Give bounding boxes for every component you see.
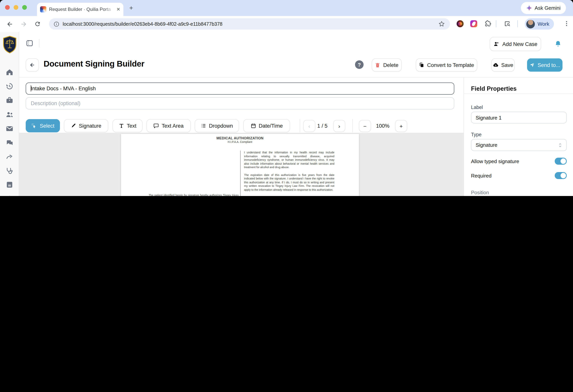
person-add-icon [493,41,500,47]
sidebar-favorites-icon[interactable] [5,195,14,196]
description-input[interactable] [26,97,454,109]
sidebar-referral-icon[interactable] [5,153,14,161]
dropdown-tool-button[interactable]: Dropdown [195,119,239,132]
page-title: Document Signing Builder [44,59,144,69]
doc-right-column: I understand that the information in my … [240,151,334,196]
macos-zoom-button[interactable] [22,5,27,10]
text-area-tool-button[interactable]: Text Area [146,119,191,132]
toolbar-divider [517,20,518,27]
divider [352,119,353,132]
back-icon[interactable] [6,20,13,27]
convert-to-template-label: Convert to Template [427,62,474,68]
profile-label: Work [537,21,549,27]
extensions-puzzle-icon[interactable] [485,20,492,27]
doc-paragraph: The patient identified herein by signatu… [149,194,239,196]
next-page-button[interactable]: › [333,120,345,132]
text-area-icon [154,123,159,128]
send-to-button[interactable]: Send to... [527,58,562,72]
delete-button[interactable]: Delete [372,58,402,72]
label-field-label: Label [471,105,483,110]
sidebar-chat-icon[interactable] [5,139,14,147]
doc-paragraph: I understand Tingey Injury Law Firm may … [244,196,334,196]
dropdown-tool-label: Dropdown [209,123,233,129]
new-tab-button[interactable]: + [129,5,133,11]
dropdown-list-icon [201,123,206,128]
type-select[interactable]: Signature [471,139,567,151]
allow-typed-signature-label: Allow typed signature [471,158,519,164]
calendar-icon [251,123,256,128]
select-tool-button[interactable]: Select [26,119,60,132]
divider [300,119,300,132]
page-indicator: 1 / 5 [317,123,328,129]
back-button[interactable] [26,58,39,72]
type-field-label: Type [471,132,482,137]
notifications-bell-icon[interactable] [554,40,562,48]
convert-to-template-button[interactable]: Convert to Template [416,58,477,72]
document-page[interactable]: MEDICAL AUTHORIZATION H.I.P.A.A. Complia… [121,134,359,196]
signature-tool-button[interactable]: Signature [64,119,108,132]
reload-icon[interactable] [34,21,41,27]
zoom-in-button[interactable]: + [395,120,407,132]
toolbar-divider [496,20,496,27]
address-bar[interactable]: localhost:3000/requests/builder/e0263eb4… [49,18,450,30]
sidebar-mail-icon[interactable] [5,125,14,133]
add-new-case-button[interactable]: Add New Case [490,37,541,51]
text-tool-button[interactable]: Text [112,119,143,132]
profile-button[interactable]: Work [525,18,554,30]
select-tool-label: Select [40,123,54,129]
panel-title: Field Properties [471,85,517,92]
forward-icon[interactable] [20,20,27,27]
extension-feather-icon[interactable] [470,20,477,27]
ask-gemini-button[interactable]: Ask Gemini [521,2,566,14]
sidebar-cases-icon[interactable] [5,96,14,104]
extension-icon[interactable] [457,20,464,27]
select-chevrons-icon [558,143,562,147]
sidebar-documents-icon[interactable] [5,181,14,189]
macos-close-button[interactable] [5,5,10,10]
tab-search-icon[interactable] [504,20,511,27]
document-canvas[interactable]: MEDICAL AUTHORIZATION H.I.P.A.A. Complia… [19,133,464,196]
previous-page-button[interactable]: ‹ [303,120,315,132]
save-button[interactable]: Save [491,58,515,72]
site-info-icon[interactable] [54,21,59,27]
ask-gemini-label: Ask Gemini [535,5,560,11]
doc-title: MEDICAL AUTHORIZATION [121,136,359,140]
field-properties-panel: Field Properties Label Type Signature Al… [464,77,573,196]
divider [39,39,39,48]
sidebar-clients-icon[interactable] [5,110,14,119]
document-name-input[interactable] [26,83,454,95]
allow-typed-signature-row: Allow typed signature [471,158,567,165]
tab-close-icon[interactable]: ✕ [116,7,120,12]
save-label: Save [501,62,513,68]
browser-menu-icon[interactable] [563,20,570,27]
zoom-out-button[interactable]: − [359,120,371,132]
type-select-value: Signature [476,142,497,148]
signature-tool-label: Signature [79,123,101,129]
browser-tab-strip: Request Builder · Quilia Porta ✕ + Ask G… [0,0,573,16]
delete-label: Delete [383,62,398,68]
macos-minimize-button[interactable] [14,5,18,10]
doc-paragraph: I understand that the information in my … [244,151,334,169]
sidebar-medical-icon[interactable] [5,167,14,175]
firm-logo[interactable] [3,36,16,53]
tab-title: Request Builder · Quilia Porta [49,7,114,12]
help-button[interactable]: ? [355,60,364,69]
pen-icon [71,123,76,128]
sidebar-home-icon[interactable] [5,68,14,76]
label-input[interactable] [471,112,567,124]
zoom-level: 100% [376,123,390,129]
sidebar-history-icon[interactable] [5,82,14,90]
required-row: Required [471,172,567,179]
bookmark-star-icon[interactable] [438,21,445,27]
text-caret [31,85,31,91]
collapse-sidebar-icon[interactable] [26,39,34,47]
required-toggle[interactable] [555,172,567,179]
browser-tab[interactable]: Request Builder · Quilia Porta ✕ [37,3,123,16]
copy-template-icon [419,62,424,68]
url-text: localhost:3000/requests/builder/e0263eb4… [63,21,222,27]
text-area-tool-label: Text Area [162,123,184,129]
add-new-case-label: Add New Case [502,41,537,47]
datetime-tool-button[interactable]: Date/Time [243,119,290,132]
allow-typed-signature-toggle[interactable] [555,158,567,165]
send-icon [529,62,535,68]
